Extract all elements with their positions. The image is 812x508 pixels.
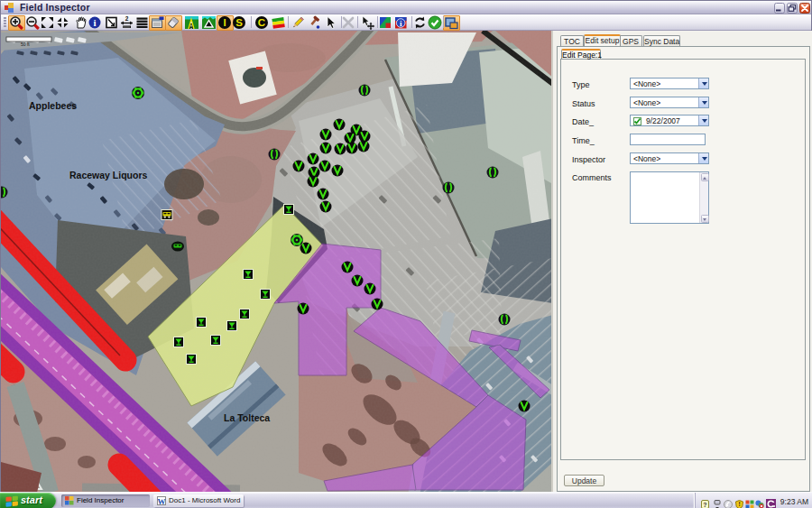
svg-text:50 ft: 50 ft [21,42,30,47]
svg-text:C: C [257,17,264,28]
svg-text:i: i [93,17,96,28]
svg-text:La Tolteca: La Tolteca [224,412,270,423]
svg-text:?: ? [703,502,706,508]
svg-text:Applebees: Applebees [29,100,77,111]
svg-text:2: 2 [125,15,128,22]
svg-text:W: W [158,497,166,506]
svg-text:I: I [223,17,226,28]
svg-text:!: ! [738,501,740,507]
svg-text:Raceway Liquors: Raceway Liquors [69,170,148,180]
svg-text:S: S [235,17,243,28]
